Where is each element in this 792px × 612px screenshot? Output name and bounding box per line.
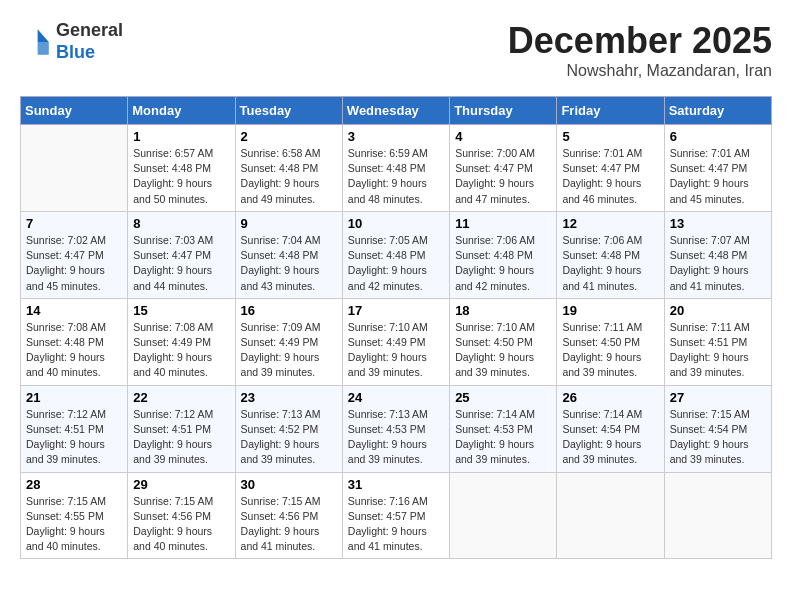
day-info: Sunrise: 7:06 AM Sunset: 4:48 PM Dayligh…: [455, 233, 551, 294]
month-year: December 2025: [508, 20, 772, 62]
page-header: General Blue December 2025 Nowshahr, Maz…: [20, 20, 772, 80]
calendar-cell: 5Sunrise: 7:01 AM Sunset: 4:47 PM Daylig…: [557, 125, 664, 212]
calendar-cell: 27Sunrise: 7:15 AM Sunset: 4:54 PM Dayli…: [664, 385, 771, 472]
calendar-cell: 4Sunrise: 7:00 AM Sunset: 4:47 PM Daylig…: [450, 125, 557, 212]
day-info: Sunrise: 6:57 AM Sunset: 4:48 PM Dayligh…: [133, 146, 229, 207]
day-info: Sunrise: 7:08 AM Sunset: 4:48 PM Dayligh…: [26, 320, 122, 381]
day-info: Sunrise: 7:06 AM Sunset: 4:48 PM Dayligh…: [562, 233, 658, 294]
header-day: Monday: [128, 97, 235, 125]
calendar-cell: [450, 472, 557, 559]
calendar-cell: 8Sunrise: 7:03 AM Sunset: 4:47 PM Daylig…: [128, 211, 235, 298]
calendar-cell: 14Sunrise: 7:08 AM Sunset: 4:48 PM Dayli…: [21, 298, 128, 385]
calendar-cell: 19Sunrise: 7:11 AM Sunset: 4:50 PM Dayli…: [557, 298, 664, 385]
day-info: Sunrise: 7:01 AM Sunset: 4:47 PM Dayligh…: [670, 146, 766, 207]
day-info: Sunrise: 7:15 AM Sunset: 4:56 PM Dayligh…: [133, 494, 229, 555]
day-info: Sunrise: 7:15 AM Sunset: 4:54 PM Dayligh…: [670, 407, 766, 468]
calendar-cell: 9Sunrise: 7:04 AM Sunset: 4:48 PM Daylig…: [235, 211, 342, 298]
day-number: 3: [348, 129, 444, 144]
day-number: 17: [348, 303, 444, 318]
svg-marker-0: [38, 29, 49, 42]
day-number: 24: [348, 390, 444, 405]
day-info: Sunrise: 7:04 AM Sunset: 4:48 PM Dayligh…: [241, 233, 337, 294]
header-day: Saturday: [664, 97, 771, 125]
day-info: Sunrise: 7:05 AM Sunset: 4:48 PM Dayligh…: [348, 233, 444, 294]
calendar-cell: 11Sunrise: 7:06 AM Sunset: 4:48 PM Dayli…: [450, 211, 557, 298]
calendar-cell: 15Sunrise: 7:08 AM Sunset: 4:49 PM Dayli…: [128, 298, 235, 385]
day-number: 26: [562, 390, 658, 405]
calendar-cell: [557, 472, 664, 559]
calendar-cell: 1Sunrise: 6:57 AM Sunset: 4:48 PM Daylig…: [128, 125, 235, 212]
day-number: 18: [455, 303, 551, 318]
calendar-cell: 13Sunrise: 7:07 AM Sunset: 4:48 PM Dayli…: [664, 211, 771, 298]
calendar-cell: 22Sunrise: 7:12 AM Sunset: 4:51 PM Dayli…: [128, 385, 235, 472]
calendar-table: SundayMondayTuesdayWednesdayThursdayFrid…: [20, 96, 772, 559]
day-number: 9: [241, 216, 337, 231]
calendar-cell: 16Sunrise: 7:09 AM Sunset: 4:49 PM Dayli…: [235, 298, 342, 385]
day-info: Sunrise: 7:14 AM Sunset: 4:54 PM Dayligh…: [562, 407, 658, 468]
calendar-cell: 26Sunrise: 7:14 AM Sunset: 4:54 PM Dayli…: [557, 385, 664, 472]
day-info: Sunrise: 7:12 AM Sunset: 4:51 PM Dayligh…: [133, 407, 229, 468]
calendar-cell: 18Sunrise: 7:10 AM Sunset: 4:50 PM Dayli…: [450, 298, 557, 385]
calendar-week-row: 28Sunrise: 7:15 AM Sunset: 4:55 PM Dayli…: [21, 472, 772, 559]
day-info: Sunrise: 7:08 AM Sunset: 4:49 PM Dayligh…: [133, 320, 229, 381]
day-number: 10: [348, 216, 444, 231]
calendar-cell: 2Sunrise: 6:58 AM Sunset: 4:48 PM Daylig…: [235, 125, 342, 212]
day-number: 8: [133, 216, 229, 231]
calendar-week-row: 1Sunrise: 6:57 AM Sunset: 4:48 PM Daylig…: [21, 125, 772, 212]
calendar-cell: 24Sunrise: 7:13 AM Sunset: 4:53 PM Dayli…: [342, 385, 449, 472]
calendar-cell: 10Sunrise: 7:05 AM Sunset: 4:48 PM Dayli…: [342, 211, 449, 298]
calendar-cell: 21Sunrise: 7:12 AM Sunset: 4:51 PM Dayli…: [21, 385, 128, 472]
day-info: Sunrise: 7:03 AM Sunset: 4:47 PM Dayligh…: [133, 233, 229, 294]
calendar-cell: 25Sunrise: 7:14 AM Sunset: 4:53 PM Dayli…: [450, 385, 557, 472]
day-info: Sunrise: 7:07 AM Sunset: 4:48 PM Dayligh…: [670, 233, 766, 294]
calendar-body: 1Sunrise: 6:57 AM Sunset: 4:48 PM Daylig…: [21, 125, 772, 559]
day-info: Sunrise: 7:09 AM Sunset: 4:49 PM Dayligh…: [241, 320, 337, 381]
svg-marker-1: [38, 42, 49, 55]
day-info: Sunrise: 7:16 AM Sunset: 4:57 PM Dayligh…: [348, 494, 444, 555]
day-info: Sunrise: 7:13 AM Sunset: 4:52 PM Dayligh…: [241, 407, 337, 468]
calendar-cell: 12Sunrise: 7:06 AM Sunset: 4:48 PM Dayli…: [557, 211, 664, 298]
logo-general: General: [56, 20, 123, 42]
day-info: Sunrise: 6:59 AM Sunset: 4:48 PM Dayligh…: [348, 146, 444, 207]
day-number: 15: [133, 303, 229, 318]
calendar-week-row: 7Sunrise: 7:02 AM Sunset: 4:47 PM Daylig…: [21, 211, 772, 298]
day-number: 16: [241, 303, 337, 318]
day-number: 31: [348, 477, 444, 492]
day-number: 29: [133, 477, 229, 492]
day-info: Sunrise: 7:12 AM Sunset: 4:51 PM Dayligh…: [26, 407, 122, 468]
day-number: 30: [241, 477, 337, 492]
header-day: Wednesday: [342, 97, 449, 125]
day-number: 22: [133, 390, 229, 405]
logo-icon: [20, 26, 52, 58]
day-info: Sunrise: 7:00 AM Sunset: 4:47 PM Dayligh…: [455, 146, 551, 207]
calendar-cell: 17Sunrise: 7:10 AM Sunset: 4:49 PM Dayli…: [342, 298, 449, 385]
calendar-cell: 7Sunrise: 7:02 AM Sunset: 4:47 PM Daylig…: [21, 211, 128, 298]
day-info: Sunrise: 7:13 AM Sunset: 4:53 PM Dayligh…: [348, 407, 444, 468]
day-number: 28: [26, 477, 122, 492]
day-info: Sunrise: 7:11 AM Sunset: 4:50 PM Dayligh…: [562, 320, 658, 381]
calendar-cell: 3Sunrise: 6:59 AM Sunset: 4:48 PM Daylig…: [342, 125, 449, 212]
day-info: Sunrise: 7:10 AM Sunset: 4:50 PM Dayligh…: [455, 320, 551, 381]
day-info: Sunrise: 7:11 AM Sunset: 4:51 PM Dayligh…: [670, 320, 766, 381]
day-number: 27: [670, 390, 766, 405]
logo-blue: Blue: [56, 42, 123, 64]
header-day: Tuesday: [235, 97, 342, 125]
day-number: 25: [455, 390, 551, 405]
calendar-cell: 6Sunrise: 7:01 AM Sunset: 4:47 PM Daylig…: [664, 125, 771, 212]
calendar-cell: 31Sunrise: 7:16 AM Sunset: 4:57 PM Dayli…: [342, 472, 449, 559]
calendar-cell: 20Sunrise: 7:11 AM Sunset: 4:51 PM Dayli…: [664, 298, 771, 385]
day-number: 12: [562, 216, 658, 231]
day-info: Sunrise: 7:15 AM Sunset: 4:55 PM Dayligh…: [26, 494, 122, 555]
logo: General Blue: [20, 20, 123, 63]
day-number: 19: [562, 303, 658, 318]
calendar-week-row: 14Sunrise: 7:08 AM Sunset: 4:48 PM Dayli…: [21, 298, 772, 385]
day-number: 4: [455, 129, 551, 144]
day-number: 1: [133, 129, 229, 144]
calendar-cell: [664, 472, 771, 559]
calendar-cell: 23Sunrise: 7:13 AM Sunset: 4:52 PM Dayli…: [235, 385, 342, 472]
day-number: 13: [670, 216, 766, 231]
day-number: 5: [562, 129, 658, 144]
header-day: Friday: [557, 97, 664, 125]
day-number: 7: [26, 216, 122, 231]
calendar-cell: 30Sunrise: 7:15 AM Sunset: 4:56 PM Dayli…: [235, 472, 342, 559]
